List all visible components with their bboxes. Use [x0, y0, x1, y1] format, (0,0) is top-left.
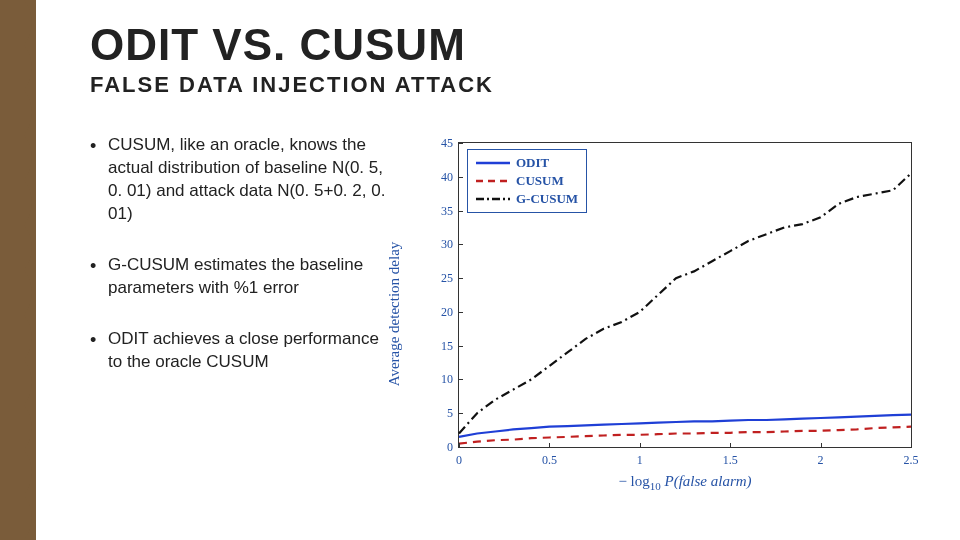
y-axis-label: Average detection delay: [386, 242, 403, 387]
legend-label: ODIT: [516, 155, 549, 171]
left-scallop-decoration: [0, 0, 36, 540]
bullet-item: CUSUM, like an oracle, knows the actual …: [90, 134, 390, 226]
slide: ODIT VS. CUSUM FALSE DATA INJECTION ATTA…: [0, 0, 960, 540]
x-tick-label: 0: [456, 447, 462, 468]
y-tick-label: 45: [441, 136, 459, 151]
legend-item-gcusum: G-CUSUM: [476, 190, 578, 208]
body-row: CUSUM, like an oracle, knows the actual …: [90, 134, 920, 494]
x-tick-label: 0.5: [542, 447, 557, 468]
x-tick-label: 1.5: [723, 447, 738, 468]
y-tick-label: 20: [441, 304, 459, 319]
y-tick-label: 30: [441, 237, 459, 252]
legend-label: G-CUSUM: [516, 191, 578, 207]
legend-swatch-gcusum: [476, 193, 510, 205]
legend-swatch-cusum: [476, 175, 510, 187]
slide-title: ODIT VS. CUSUM: [90, 20, 920, 70]
legend-label: CUSUM: [516, 173, 564, 189]
y-tick-label: 5: [447, 406, 459, 421]
legend: ODIT CUSUM G-CUSUM: [467, 149, 587, 213]
x-axis-label: − log10 P(false alarm): [458, 473, 912, 492]
bullet-item: G-CUSUM estimates the baseline parameter…: [90, 254, 390, 300]
legend-item-cusum: CUSUM: [476, 172, 578, 190]
x-tick-label: 2.5: [904, 447, 919, 468]
slide-subtitle: FALSE DATA INJECTION ATTACK: [90, 72, 920, 98]
plot-area: ODIT CUSUM G-CUSUM 05101520253035404500.…: [458, 142, 912, 448]
x-tick-label: 1: [637, 447, 643, 468]
content-area: ODIT VS. CUSUM FALSE DATA INJECTION ATTA…: [90, 20, 920, 520]
y-tick-label: 15: [441, 338, 459, 353]
bullet-list: CUSUM, like an oracle, knows the actual …: [90, 134, 390, 494]
y-tick-label: 25: [441, 271, 459, 286]
y-tick-label: 35: [441, 203, 459, 218]
chart: Average detection delay ODIT CUSUM: [400, 134, 920, 494]
y-tick-label: 10: [441, 372, 459, 387]
x-tick-label: 2: [818, 447, 824, 468]
legend-swatch-odit: [476, 157, 510, 169]
bullet-item: ODIT achieves a close performance to the…: [90, 328, 390, 374]
y-tick-label: 40: [441, 169, 459, 184]
legend-item-odit: ODIT: [476, 154, 578, 172]
